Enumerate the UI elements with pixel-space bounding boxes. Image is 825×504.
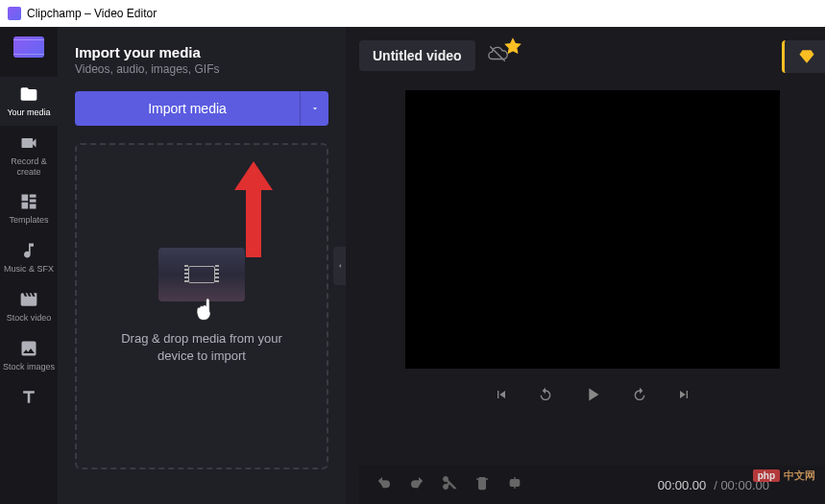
- sidebar-item-music-sfx[interactable]: Music & SFX: [0, 233, 58, 282]
- diamond-icon: [798, 48, 815, 65]
- skip-end-button[interactable]: [676, 387, 692, 406]
- timeline-tools: [376, 475, 522, 494]
- clipchamp-logo[interactable]: [13, 36, 44, 58]
- redo-button[interactable]: [409, 475, 425, 494]
- chevron-left-icon: [336, 262, 344, 270]
- media-panel: Import your media Videos, audio, images,…: [58, 27, 346, 504]
- play-button[interactable]: [582, 384, 603, 409]
- sidebar-nav: Your media Record & create Templates Mus…: [0, 27, 58, 504]
- nav-label: Music & SFX: [4, 264, 54, 275]
- premium-badge-icon: [502, 37, 514, 49]
- sidebar-item-stock-video[interactable]: Stock video: [0, 282, 58, 331]
- nav-label: Record & create: [2, 156, 56, 178]
- top-bar: Untitled video: [359, 40, 825, 71]
- watermark-text: 中文网: [784, 468, 815, 483]
- delete-button[interactable]: [474, 475, 490, 494]
- nav-label: Templates: [9, 215, 48, 226]
- premium-button[interactable]: [782, 40, 825, 73]
- import-dropdown-button[interactable]: [300, 91, 328, 126]
- main-editor: Untitled video: [346, 27, 825, 504]
- drop-zone-thumbnail: ☝: [158, 248, 245, 301]
- chevron-down-icon: [310, 104, 320, 113]
- crop-button[interactable]: [507, 475, 522, 494]
- folder-icon: [19, 84, 38, 104]
- title-bar: Clipchamp – Video Editor: [0, 0, 825, 27]
- sidebar-item-stock-images[interactable]: Stock images: [0, 331, 58, 380]
- music-icon: [19, 241, 38, 260]
- watermark: php 中文网: [753, 468, 815, 483]
- pointer-icon: ☝: [192, 298, 216, 321]
- rewind-button[interactable]: [538, 387, 553, 406]
- sidebar-item-record-create[interactable]: Record & create: [0, 126, 58, 185]
- sidebar-item-text[interactable]: [0, 380, 58, 415]
- collapse-panel-button[interactable]: [333, 247, 347, 285]
- camera-icon: [19, 133, 38, 153]
- watermark-badge: php: [753, 469, 780, 482]
- templates-icon: [19, 192, 38, 211]
- panel-title: Import your media: [75, 44, 328, 60]
- filmstrip-icon: [188, 266, 215, 283]
- preview-area: [359, 90, 825, 452]
- cloud-sync-button[interactable]: [487, 43, 508, 68]
- playback-controls: [405, 384, 780, 409]
- sidebar-item-your-media[interactable]: Your media: [0, 77, 58, 126]
- split-button[interactable]: [442, 475, 457, 494]
- app-icon: [8, 7, 21, 20]
- drop-zone-text: Drag & drop media from your device to im…: [77, 330, 327, 365]
- svg-rect-0: [510, 480, 519, 487]
- import-button-group: Import media: [75, 91, 328, 126]
- time-current: 00:00.00: [658, 478, 707, 492]
- video-preview[interactable]: [405, 90, 780, 369]
- forward-button[interactable]: [632, 387, 647, 406]
- nav-label: Stock images: [3, 362, 55, 372]
- nav-label: Your media: [7, 108, 50, 118]
- skip-start-button[interactable]: [494, 387, 509, 406]
- video-title-input[interactable]: Untitled video: [359, 40, 475, 71]
- window-title: Clipchamp – Video Editor: [27, 7, 157, 20]
- image-icon: [19, 339, 38, 358]
- film-icon: [19, 290, 38, 309]
- sidebar-item-templates[interactable]: Templates: [0, 184, 58, 233]
- text-icon: [19, 388, 38, 407]
- import-media-button[interactable]: Import media: [75, 91, 300, 126]
- nav-label: Stock video: [7, 313, 52, 324]
- drop-zone[interactable]: ☝ Drag & drop media from your device to …: [75, 143, 328, 469]
- undo-button[interactable]: [376, 475, 392, 494]
- panel-subtitle: Videos, audio, images, GIFs: [75, 62, 328, 76]
